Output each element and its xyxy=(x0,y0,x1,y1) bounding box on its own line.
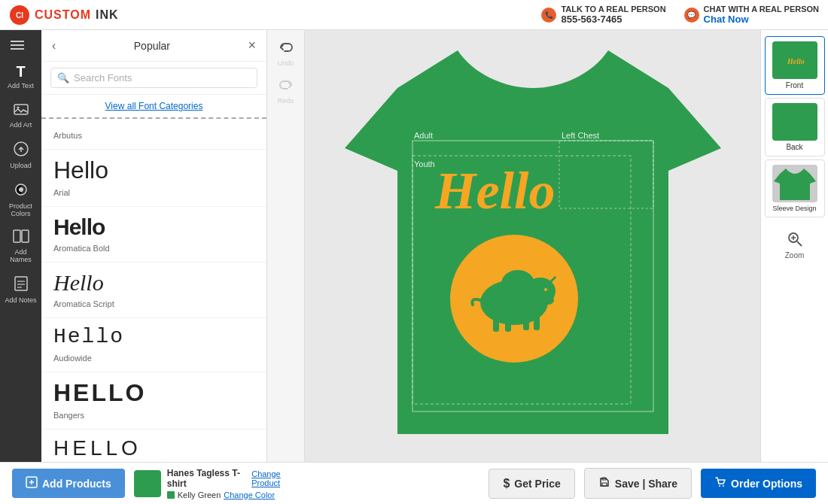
chat-icon: 💬 xyxy=(684,8,699,23)
font-search-input[interactable] xyxy=(74,72,251,83)
tools-panel: Undo Redo xyxy=(267,30,305,462)
font-item-bank-gothic[interactable]: HELLO Bank Gothic Medium xyxy=(41,430,266,462)
font-preview-bangers: HELLO xyxy=(53,380,254,406)
undo-button[interactable]: Undo xyxy=(267,36,304,72)
chat-link[interactable]: Chat Now xyxy=(704,14,749,25)
add-notes-icon xyxy=(14,276,28,295)
product-info: Hanes Tagless T-shirt Change Product Kel… xyxy=(134,468,303,499)
panel-close-button[interactable]: × xyxy=(248,38,256,53)
product-thumbnail xyxy=(134,470,161,497)
save-share-button[interactable]: Save | Share xyxy=(584,468,692,499)
tshirt-container: Adult Left Chest Youth Hello xyxy=(337,30,729,462)
sidebar-item-add-names[interactable]: Add Names xyxy=(0,223,41,270)
color-swatch xyxy=(167,491,175,499)
save-share-label: Save | Share xyxy=(615,478,677,490)
add-art-label: Add Art xyxy=(10,122,32,129)
footer: Add Products Hanes Tagless T-shirt Chang… xyxy=(0,462,828,504)
zoom-button[interactable]: Zoom xyxy=(781,226,809,264)
get-price-label: Get Price xyxy=(514,478,560,490)
font-list: Arbutus Hello Arial Hello Aromatica Bold… xyxy=(41,117,266,462)
add-products-label: Add Products xyxy=(42,478,111,490)
logo[interactable]: CI CUSTOM INK xyxy=(9,5,119,26)
add-notes-label: Add Notes xyxy=(5,297,36,305)
upload-label: Upload xyxy=(10,162,32,170)
svg-rect-8 xyxy=(22,230,29,242)
add-names-label: Add Names xyxy=(3,249,38,264)
redo-button[interactable]: Redo xyxy=(267,74,304,110)
get-price-button[interactable]: $ Get Price xyxy=(489,469,574,499)
view-back-button[interactable]: Back xyxy=(765,98,825,156)
svg-rect-24 xyxy=(493,315,499,332)
upload-icon xyxy=(14,141,29,160)
product-colors-label: Product Colors xyxy=(3,203,38,218)
font-item-arbutus[interactable]: Arbutus xyxy=(41,117,266,150)
font-search-area: 🔍 xyxy=(41,62,266,95)
sidebar-item-product-colors[interactable]: Product Colors xyxy=(0,176,41,224)
font-search-box: 🔍 xyxy=(50,68,257,88)
add-names-icon xyxy=(13,229,29,247)
change-color-link[interactable]: Change Color xyxy=(224,490,275,499)
font-item-aromatica-script[interactable]: Hello Aromatica Script xyxy=(41,263,266,318)
zoom-label: Zoom xyxy=(785,251,805,260)
sidebar-item-add-notes[interactable]: Add Notes xyxy=(0,270,41,311)
chat-label: CHAT WITH A REAL PERSON xyxy=(704,5,819,14)
change-product-link[interactable]: Change Product xyxy=(251,469,302,487)
add-art-icon xyxy=(14,102,29,120)
font-preview-arial: Hello xyxy=(53,157,254,184)
left-sidebar: T Add Text Add Art Upload Product Colors xyxy=(0,30,41,462)
font-name-arbutus: Arbutus xyxy=(53,131,82,140)
sidebar-item-add-art[interactable]: Add Art xyxy=(0,96,41,135)
svg-rect-27 xyxy=(534,315,540,330)
cart-icon xyxy=(714,476,726,490)
phone-number: 855-563-7465 xyxy=(561,14,665,25)
view-sleeve-button[interactable]: Sleeve Design xyxy=(765,159,825,217)
canvas-area[interactable]: Adult Left Chest Youth Hello xyxy=(305,30,760,462)
phone-icon: 📞 xyxy=(541,8,556,23)
font-panel-title: Popular xyxy=(134,40,170,52)
sleeve-thumbnail xyxy=(772,165,817,202)
font-item-bangers[interactable]: HELLO Bangers xyxy=(41,372,266,430)
order-options-button[interactable]: Order Options xyxy=(701,469,816,498)
order-options-label: Order Options xyxy=(731,478,802,490)
product-details: Hanes Tagless T-shirt Change Product Kel… xyxy=(167,468,303,499)
logo-custom-text: CUSTOM xyxy=(35,8,91,22)
svg-point-40 xyxy=(719,485,720,487)
svg-text:Youth: Youth xyxy=(414,159,435,169)
svg-point-6 xyxy=(19,187,23,192)
font-item-audiowide[interactable]: Hello Audiowide xyxy=(41,318,266,372)
font-name-aromatica-bold: Aromatica Bold xyxy=(53,244,110,253)
font-preview-aromatica-script: Hello xyxy=(53,270,254,295)
add-products-button[interactable]: Add Products xyxy=(12,469,125,498)
font-preview-aromatica-bold: Hello xyxy=(53,214,254,239)
color-name: Kelly Green xyxy=(178,490,221,499)
logo-icon: CI xyxy=(9,5,30,26)
header: CI CUSTOM INK 📞 TALK TO A REAL PERSON 85… xyxy=(0,0,828,30)
font-item-aromatica-bold[interactable]: Hello Aromatica Bold xyxy=(41,207,266,263)
font-name-aromatica-script: Aromatica Script xyxy=(53,299,114,308)
sidebar-item-upload[interactable]: Upload xyxy=(0,135,41,176)
menu-button[interactable] xyxy=(0,33,35,57)
product-color-row: Kelly Green Change Color xyxy=(167,490,303,499)
zoom-icon xyxy=(787,231,803,251)
view-front-button[interactable]: Hello Front xyxy=(765,36,825,95)
redo-icon xyxy=(278,78,294,96)
redo-label: Redo xyxy=(278,98,294,105)
main-area: T Add Text Add Art Upload Product Colors xyxy=(0,30,828,462)
add-text-label: Add Text xyxy=(8,83,34,90)
svg-point-29 xyxy=(542,296,554,305)
save-icon xyxy=(598,476,610,490)
back-thumbnail xyxy=(772,103,817,141)
dollar-icon: $ xyxy=(503,477,510,490)
svg-rect-7 xyxy=(14,230,20,242)
panel-back-button[interactable]: ‹ xyxy=(52,39,56,53)
font-item-arial[interactable]: Hello Arial xyxy=(41,150,266,207)
view-all-font-categories[interactable]: View all Font Categories xyxy=(41,95,266,117)
svg-rect-9 xyxy=(15,277,27,290)
sidebar-item-add-text[interactable]: T Add Text xyxy=(0,57,41,96)
right-sidebar: Hello Front Back Sleeve Design xyxy=(760,30,828,462)
logo-ink-text: INK xyxy=(96,8,119,22)
svg-text:CI: CI xyxy=(16,11,23,20)
svg-point-41 xyxy=(723,485,724,487)
view-sleeve-label: Sleeve Design xyxy=(772,205,816,212)
chat-contact: 💬 CHAT WITH A REAL PERSON Chat Now xyxy=(684,5,819,25)
